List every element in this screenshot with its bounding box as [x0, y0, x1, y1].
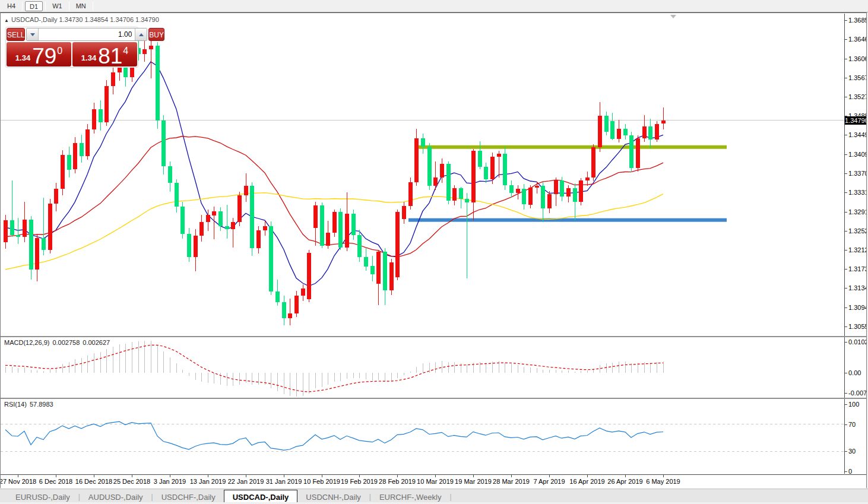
price-axis-label: 1.31730 — [848, 265, 866, 272]
axis-tick — [845, 192, 847, 193]
axis-tick — [587, 475, 588, 477]
axis-tick — [845, 327, 847, 327]
axis-tick — [132, 475, 132, 477]
price-axis-label: 1.31340 — [848, 284, 866, 291]
price-axis[interactable]: 1.368501.364601.360601.356701.352701.348… — [844, 14, 866, 336]
axis-tick — [549, 475, 550, 477]
price-axis-label: 1.36460 — [848, 36, 866, 43]
macd-plot[interactable] — [1, 337, 844, 398]
axis-tick — [845, 154, 847, 155]
main-chart-panel[interactable]: ▲USDCAD-,Daily 1.34730 1.34854 1.34706 1… — [1, 14, 866, 336]
timeframe-button-mn[interactable]: MN — [72, 1, 90, 11]
rsi-axis-label: 0 — [848, 468, 852, 474]
sell-price-prefix: 1.34 — [15, 53, 30, 62]
sell-price-big: 79 — [32, 47, 56, 66]
axis-tick — [359, 475, 360, 477]
sell-price-sup: 0 — [57, 46, 62, 56]
symbol-info: ▲USDCAD-,Daily 1.34730 1.34854 1.34706 1… — [4, 16, 159, 23]
macd-name: MACD(12,26,9) — [4, 339, 49, 346]
price-axis-label: 1.33310 — [848, 189, 866, 196]
price-axis-label: 1.34490 — [848, 131, 866, 138]
date-axis[interactable]: 27 Nov 20186 Dec 201816 Dec 201825 Dec 2… — [1, 474, 866, 489]
chart-window: ▲USDCAD-,Daily 1.34730 1.34854 1.34706 1… — [0, 12, 867, 488]
arrow-down-icon — [30, 33, 35, 36]
axis-tick — [845, 404, 847, 405]
axis-tick — [845, 78, 847, 78]
axis-tick — [511, 475, 512, 477]
axis-tick — [845, 212, 847, 213]
axis-tick — [845, 393, 847, 394]
rsi-axis-label: 70 — [848, 421, 856, 428]
toolbar-separator — [45, 2, 46, 11]
price-axis-label: 1.35270 — [848, 93, 866, 100]
price-axis-label: 1.36850 — [848, 17, 866, 24]
rsi-label: RSI(14)57.8983 — [4, 401, 56, 408]
buy-price-prefix: 1.34 — [81, 53, 96, 62]
axis-tick — [625, 475, 626, 477]
macd-value-main: 0.002758 — [52, 339, 80, 346]
axis-tick — [170, 475, 170, 477]
timeframe-button-w1[interactable]: W1 — [48, 1, 66, 11]
axis-tick — [845, 471, 847, 472]
price-axis-label: 1.32120 — [848, 246, 866, 253]
macd-axis-label: 0.00 — [848, 369, 861, 376]
axis-tick — [845, 342, 847, 343]
timeframe-button-d1[interactable]: D1 — [25, 1, 43, 11]
price-axis-label: 1.33700 — [848, 170, 866, 177]
arrow-up-icon — [139, 33, 144, 36]
price-axis-label: 1.35670 — [848, 74, 866, 81]
price-axis-label: 1.32520 — [848, 227, 866, 234]
toolbar-separator — [22, 2, 23, 11]
macd-axis-label: 0.010229 — [848, 338, 866, 345]
buy-price-big: 81 — [98, 47, 122, 66]
axis-tick — [845, 451, 847, 452]
volume-input[interactable] — [39, 28, 135, 40]
axis-tick — [845, 39, 847, 40]
rsi-plot[interactable] — [1, 399, 844, 474]
volume-increase-button[interactable] — [135, 28, 147, 40]
axis-tick — [246, 475, 246, 477]
timeframe-toolbar: H4D1W1MN — [0, 0, 868, 12]
buy-button[interactable]: BUY — [148, 28, 164, 41]
axis-tick — [322, 475, 322, 477]
axis-tick — [845, 269, 847, 270]
axis-tick — [845, 288, 847, 289]
price-axis-label: 1.34090 — [848, 151, 866, 158]
symbol-ohlc-text: USDCAD-,Daily 1.34730 1.34854 1.34706 1.… — [11, 16, 159, 23]
rsi-value: 57.8983 — [30, 401, 53, 408]
buy-price-sup: 4 — [123, 46, 128, 56]
macd-axis-label: -0.007477 — [848, 389, 866, 397]
axis-tick — [56, 475, 56, 477]
price-axis-label: 1.30940 — [848, 304, 866, 311]
axis-tick — [94, 475, 94, 477]
macd-value-signal: 0.002627 — [83, 339, 110, 346]
macd-panel[interactable]: MACD(12,26,9)0.0027580.002627 0.0102290.… — [1, 337, 866, 398]
chart-shift-marker-icon — [670, 15, 676, 18]
axis-tick — [284, 475, 284, 477]
rsi-panel[interactable]: RSI(14)57.8983 10070300 — [1, 399, 866, 474]
volume-stepper — [26, 28, 147, 41]
rsi-axis[interactable]: 10070300 — [844, 399, 866, 474]
axis-tick — [845, 173, 847, 174]
axis-tick — [845, 308, 847, 308]
rsi-axis-label: 100 — [848, 401, 859, 408]
axis-tick — [845, 373, 847, 373]
timeframe-button-h4[interactable]: H4 — [3, 1, 20, 11]
rsi-name: RSI(14) — [4, 401, 27, 408]
collapse-arrow-icon[interactable]: ▲ — [4, 18, 9, 23]
volume-decrease-button[interactable] — [27, 28, 39, 40]
price-axis-label: 1.36060 — [848, 55, 866, 62]
buy-price-button[interactable]: 1.34814 — [72, 42, 137, 66]
axis-tick — [18, 475, 18, 477]
axis-tick — [845, 231, 847, 232]
sell-price-button[interactable]: 1.34790 — [7, 42, 71, 66]
current-price-tag: 1.34790 — [845, 116, 866, 125]
toolbar-separator — [93, 2, 93, 11]
macd-label: MACD(12,26,9)0.0027580.002627 — [4, 339, 113, 346]
axis-tick — [845, 135, 847, 135]
date-axis-label: 6 May 2019 — [636, 478, 690, 485]
macd-axis[interactable]: 0.0102290.00-0.007477 — [844, 337, 866, 398]
axis-tick — [663, 475, 664, 477]
axis-tick — [473, 475, 474, 477]
sell-button[interactable]: SELL — [7, 28, 25, 41]
